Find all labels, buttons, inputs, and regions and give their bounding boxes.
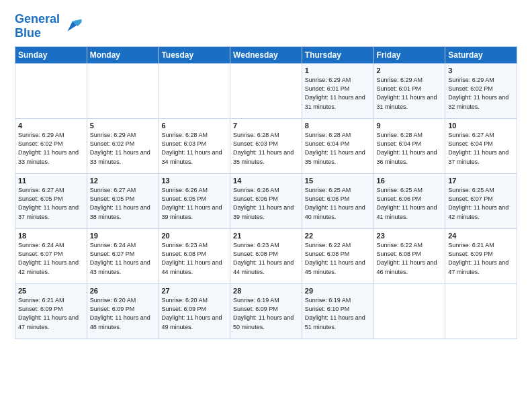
calendar-cell bbox=[15, 64, 87, 119]
calendar-cell: 3Sunrise: 6:29 AM Sunset: 6:02 PM Daylig… bbox=[445, 64, 517, 119]
day-info: Sunrise: 6:19 AM Sunset: 6:09 PM Dayligh… bbox=[233, 296, 299, 331]
day-info: Sunrise: 6:25 AM Sunset: 6:06 PM Dayligh… bbox=[305, 186, 371, 221]
calendar-cell bbox=[373, 284, 445, 339]
day-info: Sunrise: 6:22 AM Sunset: 6:08 PM Dayligh… bbox=[305, 241, 371, 276]
day-info: Sunrise: 6:28 AM Sunset: 6:04 PM Dayligh… bbox=[305, 131, 371, 166]
calendar-cell: 20Sunrise: 6:23 AM Sunset: 6:08 PM Dayli… bbox=[159, 229, 230, 284]
day-number: 9 bbox=[377, 122, 443, 130]
day-info: Sunrise: 6:23 AM Sunset: 6:08 PM Dayligh… bbox=[161, 241, 227, 276]
day-info: Sunrise: 6:28 AM Sunset: 6:03 PM Dayligh… bbox=[161, 131, 227, 166]
day-info: Sunrise: 6:22 AM Sunset: 6:08 PM Dayligh… bbox=[377, 241, 443, 276]
day-number: 21 bbox=[233, 232, 299, 240]
header: General Blue bbox=[15, 12, 517, 40]
day-info: Sunrise: 6:25 AM Sunset: 6:07 PM Dayligh… bbox=[448, 186, 514, 221]
col-header-tuesday: Tuesday bbox=[159, 47, 230, 64]
day-info: Sunrise: 6:20 AM Sunset: 6:09 PM Dayligh… bbox=[161, 296, 227, 331]
calendar-cell: 28Sunrise: 6:19 AM Sunset: 6:09 PM Dayli… bbox=[230, 284, 302, 339]
day-info: Sunrise: 6:29 AM Sunset: 6:02 PM Dayligh… bbox=[18, 131, 84, 166]
calendar-cell: 17Sunrise: 6:25 AM Sunset: 6:07 PM Dayli… bbox=[445, 174, 517, 229]
day-number: 28 bbox=[233, 287, 299, 295]
week-row-4: 18Sunrise: 6:24 AM Sunset: 6:07 PM Dayli… bbox=[15, 229, 517, 284]
day-number: 12 bbox=[90, 177, 156, 185]
calendar-cell: 16Sunrise: 6:25 AM Sunset: 6:06 PM Dayli… bbox=[373, 174, 445, 229]
day-number: 19 bbox=[90, 232, 156, 240]
day-number: 23 bbox=[377, 232, 443, 240]
col-header-sunday: Sunday bbox=[15, 47, 87, 64]
calendar-cell: 15Sunrise: 6:25 AM Sunset: 6:06 PM Dayli… bbox=[302, 174, 373, 229]
day-number: 3 bbox=[448, 66, 514, 75]
calendar-cell: 23Sunrise: 6:22 AM Sunset: 6:08 PM Dayli… bbox=[373, 229, 445, 284]
day-number: 18 bbox=[18, 232, 84, 240]
calendar-cell: 22Sunrise: 6:22 AM Sunset: 6:08 PM Dayli… bbox=[302, 229, 373, 284]
day-number: 26 bbox=[90, 287, 156, 295]
logo-text: General bbox=[15, 12, 60, 26]
day-number: 5 bbox=[90, 122, 156, 130]
day-number: 25 bbox=[18, 287, 84, 295]
day-info: Sunrise: 6:25 AM Sunset: 6:06 PM Dayligh… bbox=[377, 186, 443, 221]
day-number: 6 bbox=[161, 122, 227, 130]
day-number: 13 bbox=[161, 177, 227, 185]
day-number: 20 bbox=[161, 232, 227, 240]
calendar-cell: 27Sunrise: 6:20 AM Sunset: 6:09 PM Dayli… bbox=[159, 284, 230, 339]
logo-icon bbox=[62, 16, 83, 36]
calendar-cell: 14Sunrise: 6:26 AM Sunset: 6:06 PM Dayli… bbox=[230, 174, 302, 229]
day-info: Sunrise: 6:23 AM Sunset: 6:08 PM Dayligh… bbox=[233, 241, 299, 276]
day-info: Sunrise: 6:20 AM Sunset: 6:09 PM Dayligh… bbox=[90, 296, 156, 331]
day-info: Sunrise: 6:29 AM Sunset: 6:02 PM Dayligh… bbox=[90, 131, 156, 166]
calendar-cell: 4Sunrise: 6:29 AM Sunset: 6:02 PM Daylig… bbox=[15, 119, 87, 174]
day-number: 10 bbox=[448, 122, 514, 130]
day-number: 11 bbox=[18, 177, 84, 185]
calendar-cell bbox=[230, 64, 302, 119]
day-number: 1 bbox=[305, 66, 371, 75]
day-info: Sunrise: 6:28 AM Sunset: 6:03 PM Dayligh… bbox=[233, 131, 299, 166]
day-info: Sunrise: 6:29 AM Sunset: 6:02 PM Dayligh… bbox=[448, 76, 514, 111]
calendar-cell bbox=[159, 64, 230, 119]
calendar-cell: 25Sunrise: 6:21 AM Sunset: 6:09 PM Dayli… bbox=[15, 284, 87, 339]
day-info: Sunrise: 6:27 AM Sunset: 6:05 PM Dayligh… bbox=[18, 186, 84, 221]
col-header-monday: Monday bbox=[87, 47, 159, 64]
day-info: Sunrise: 6:28 AM Sunset: 6:04 PM Dayligh… bbox=[377, 131, 443, 166]
day-number: 22 bbox=[305, 232, 371, 240]
col-header-thursday: Thursday bbox=[302, 47, 373, 64]
day-number: 29 bbox=[305, 287, 371, 295]
logo-text2: Blue bbox=[15, 26, 60, 40]
calendar-cell: 9Sunrise: 6:28 AM Sunset: 6:04 PM Daylig… bbox=[373, 119, 445, 174]
day-number: 24 bbox=[448, 232, 514, 240]
logo: General Blue bbox=[15, 12, 83, 40]
day-info: Sunrise: 6:29 AM Sunset: 6:01 PM Dayligh… bbox=[305, 76, 371, 111]
day-info: Sunrise: 6:21 AM Sunset: 6:09 PM Dayligh… bbox=[18, 296, 84, 331]
calendar-cell: 2Sunrise: 6:29 AM Sunset: 6:01 PM Daylig… bbox=[373, 64, 445, 119]
week-row-1: 1Sunrise: 6:29 AM Sunset: 6:01 PM Daylig… bbox=[15, 64, 517, 119]
calendar-cell: 12Sunrise: 6:27 AM Sunset: 6:05 PM Dayli… bbox=[87, 174, 159, 229]
day-number: 4 bbox=[18, 122, 84, 130]
day-number: 27 bbox=[161, 287, 227, 295]
week-row-2: 4Sunrise: 6:29 AM Sunset: 6:02 PM Daylig… bbox=[15, 119, 517, 174]
calendar-cell: 26Sunrise: 6:20 AM Sunset: 6:09 PM Dayli… bbox=[87, 284, 159, 339]
calendar-cell: 8Sunrise: 6:28 AM Sunset: 6:04 PM Daylig… bbox=[302, 119, 373, 174]
header-row: SundayMondayTuesdayWednesdayThursdayFrid… bbox=[15, 47, 517, 64]
calendar-cell bbox=[445, 284, 517, 339]
calendar-cell: 24Sunrise: 6:21 AM Sunset: 6:09 PM Dayli… bbox=[445, 229, 517, 284]
day-number: 16 bbox=[377, 177, 443, 185]
week-row-3: 11Sunrise: 6:27 AM Sunset: 6:05 PM Dayli… bbox=[15, 174, 517, 229]
calendar-cell: 6Sunrise: 6:28 AM Sunset: 6:03 PM Daylig… bbox=[159, 119, 230, 174]
col-header-friday: Friday bbox=[373, 47, 445, 64]
day-info: Sunrise: 6:26 AM Sunset: 6:06 PM Dayligh… bbox=[233, 186, 299, 221]
day-info: Sunrise: 6:27 AM Sunset: 6:04 PM Dayligh… bbox=[448, 131, 514, 166]
calendar-cell: 10Sunrise: 6:27 AM Sunset: 6:04 PM Dayli… bbox=[445, 119, 517, 174]
day-info: Sunrise: 6:26 AM Sunset: 6:05 PM Dayligh… bbox=[161, 186, 227, 221]
calendar-cell bbox=[87, 64, 159, 119]
calendar-cell: 18Sunrise: 6:24 AM Sunset: 6:07 PM Dayli… bbox=[15, 229, 87, 284]
calendar-cell: 29Sunrise: 6:19 AM Sunset: 6:10 PM Dayli… bbox=[302, 284, 373, 339]
calendar-table: SundayMondayTuesdayWednesdayThursdayFrid… bbox=[15, 46, 517, 339]
day-number: 17 bbox=[448, 177, 514, 185]
day-info: Sunrise: 6:24 AM Sunset: 6:07 PM Dayligh… bbox=[90, 241, 156, 276]
day-info: Sunrise: 6:19 AM Sunset: 6:10 PM Dayligh… bbox=[305, 296, 371, 331]
day-number: 14 bbox=[233, 177, 299, 185]
day-number: 7 bbox=[233, 122, 299, 130]
calendar-cell: 13Sunrise: 6:26 AM Sunset: 6:05 PM Dayli… bbox=[159, 174, 230, 229]
calendar-cell: 5Sunrise: 6:29 AM Sunset: 6:02 PM Daylig… bbox=[87, 119, 159, 174]
day-info: Sunrise: 6:24 AM Sunset: 6:07 PM Dayligh… bbox=[18, 241, 84, 276]
day-info: Sunrise: 6:27 AM Sunset: 6:05 PM Dayligh… bbox=[90, 186, 156, 221]
calendar-cell: 21Sunrise: 6:23 AM Sunset: 6:08 PM Dayli… bbox=[230, 229, 302, 284]
